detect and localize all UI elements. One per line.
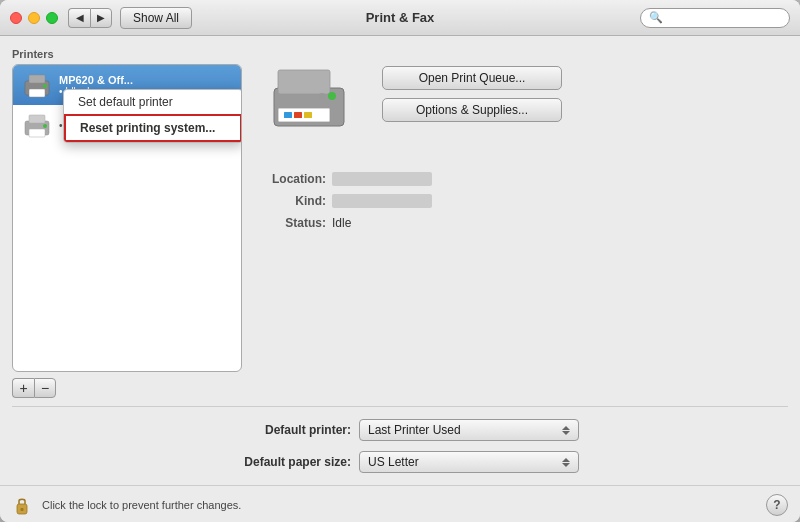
status-row: Status: Idle [266,216,788,230]
select-arrow-paper [562,458,570,467]
help-button[interactable]: ? [766,494,788,516]
svg-rect-2 [29,89,45,97]
lock-icon[interactable] [12,494,32,516]
titlebar: ◀ ▶ Show All Print & Fax 🔍 [0,0,800,36]
paper-arrow-up-icon [562,458,570,462]
printer-name-1: MP620 & Off... [59,74,133,86]
context-menu-set-default[interactable]: Set default printer [64,90,242,114]
nav-forward-button[interactable]: ▶ [90,8,112,28]
svg-rect-11 [278,70,330,94]
context-menu: Set default printer Reset printing syste… [63,89,242,143]
location-value-bar [332,172,432,186]
printer-icon-2 [21,111,53,139]
default-printer-label: Default printer: [221,423,351,437]
svg-rect-19 [21,508,24,511]
svg-rect-5 [29,115,45,123]
status-label: Status: [266,216,326,230]
footer-lock-text: Click the lock to prevent further change… [42,499,756,511]
printers-panel: Printers MP620 & [12,48,788,398]
detail-buttons: Open Print Queue... Options & Supplies..… [382,56,562,122]
default-printer-select[interactable]: Last Printer Used [359,419,579,441]
paper-arrow-down-icon [562,463,570,467]
traffic-lights [10,12,58,24]
printer-large-icon [266,56,366,146]
arrow-down-icon [562,431,570,435]
status-value: Idle [332,216,351,230]
main-window: ◀ ▶ Show All Print & Fax 🔍 Printers [0,0,800,522]
location-row: Location: [266,172,788,186]
printer-icon-1 [21,71,53,99]
printers-label: Printers [12,48,242,60]
maximize-button[interactable] [46,12,58,24]
default-paper-value: US Letter [368,455,419,469]
minimize-button[interactable] [28,12,40,24]
main-content: Printers MP620 & [0,36,800,485]
svg-point-3 [43,84,47,88]
svg-rect-15 [284,112,292,118]
svg-rect-6 [29,129,45,137]
svg-rect-1 [29,75,45,83]
svg-point-7 [43,124,47,128]
default-printer-value: Last Printer Used [368,423,461,437]
location-label: Location: [266,172,326,186]
svg-point-13 [328,92,336,100]
default-paper-row: Default paper size: US Letter [12,451,788,473]
svg-rect-16 [294,112,302,118]
remove-printer-button[interactable]: − [34,378,56,398]
bottom-section: Default printer: Last Printer Used Defau… [12,406,788,473]
default-paper-label: Default paper size: [221,455,351,469]
options-supplies-button[interactable]: Options & Supplies... [382,98,562,122]
default-printer-row: Default printer: Last Printer Used [12,419,788,441]
nav-buttons: ◀ ▶ [68,8,112,28]
printer-meta: Location: Kind: Status: Idle [266,172,788,230]
printer-preview-area: Open Print Queue... Options & Supplies..… [266,56,788,146]
printer-details: Open Print Queue... Options & Supplies..… [258,48,788,398]
open-print-queue-button[interactable]: Open Print Queue... [382,66,562,90]
window-title: Print & Fax [366,10,435,25]
printers-list: MP620 & Off... • Idle, L... Set default … [12,64,242,372]
arrow-up-icon [562,426,570,430]
default-paper-select[interactable]: US Letter [359,451,579,473]
select-arrow-printer [562,426,570,435]
printers-list-container: Printers MP620 & [12,48,242,398]
nav-back-button[interactable]: ◀ [68,8,90,28]
kind-label: Kind: [266,194,326,208]
search-icon: 🔍 [649,11,663,24]
svg-rect-17 [304,112,312,118]
svg-point-14 [319,93,325,99]
printer-item-1[interactable]: MP620 & Off... • Idle, L... Set default … [13,65,241,105]
close-button[interactable] [10,12,22,24]
add-printer-button[interactable]: + [12,378,34,398]
kind-value-bar [332,194,432,208]
footer: Click the lock to prevent further change… [0,485,800,522]
list-buttons: + − [12,378,242,398]
context-menu-reset[interactable]: Reset printing system... [64,114,242,142]
show-all-button[interactable]: Show All [120,7,192,29]
search-box[interactable]: 🔍 [640,8,790,28]
kind-row: Kind: [266,194,788,208]
